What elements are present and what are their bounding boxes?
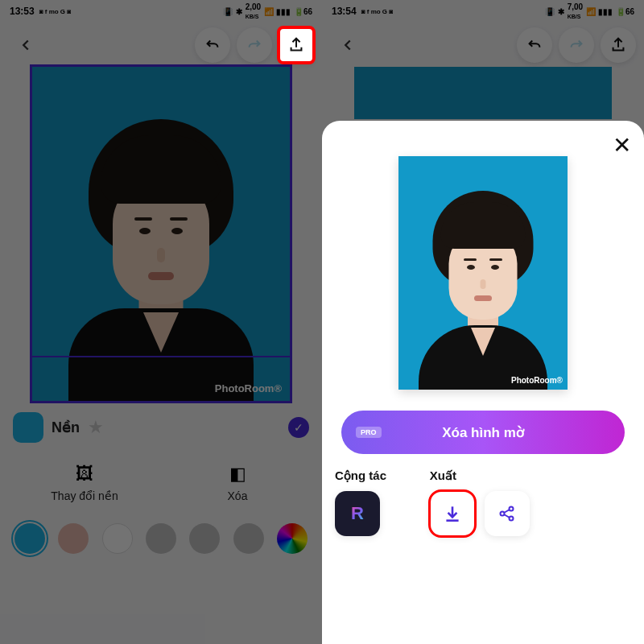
change-background-button[interactable]: 🖼 Thay đổi nền bbox=[13, 456, 156, 510]
battery-icon: 🔋66 bbox=[616, 7, 634, 16]
change-background-label: Thay đổi nền bbox=[51, 489, 118, 502]
signal-icon: 📶 ▮▮▮ bbox=[264, 7, 291, 16]
remove-watermark-button[interactable]: PRO Xóa hình mờ bbox=[341, 411, 625, 454]
battery-icon: 🔋66 bbox=[294, 7, 312, 16]
close-button[interactable]: ✕ bbox=[613, 132, 631, 159]
erase-label: Xóa bbox=[228, 489, 248, 502]
undo-button[interactable] bbox=[195, 27, 230, 63]
eraser-icon: ◧ bbox=[229, 464, 246, 485]
share-button[interactable] bbox=[485, 491, 530, 536]
color-palette bbox=[13, 523, 309, 554]
editor-toolbar bbox=[0, 23, 322, 67]
remove-watermark-label: Xóa hình mờ bbox=[442, 424, 524, 441]
watermark-text: PhotoRoom® bbox=[511, 376, 563, 385]
vibrate-icon: 📳 bbox=[545, 7, 555, 16]
photo-frame[interactable]: PhotoRoom® bbox=[32, 67, 290, 401]
net-speed: 7,00KB/S bbox=[568, 2, 583, 20]
portrait-subject bbox=[419, 184, 547, 390]
export-modal: ✕ PhotoRoom® PRO Xóa hình mờ Cộng tác R bbox=[322, 121, 644, 644]
background-swatch[interactable] bbox=[13, 412, 43, 443]
status-time: 13:54 bbox=[332, 6, 357, 17]
signal-icon: 📶 ▮▮▮ bbox=[586, 7, 613, 16]
redo-button[interactable] bbox=[237, 27, 272, 63]
redo-button[interactable] bbox=[559, 27, 594, 63]
background-label: Nền bbox=[52, 419, 80, 436]
back-button[interactable] bbox=[330, 27, 365, 63]
portrait-subject bbox=[68, 111, 254, 401]
status-app-icons: ◙ f mo G ◙ bbox=[39, 8, 71, 15]
collab-title: Cộng tác bbox=[335, 469, 430, 483]
vibrate-icon: 📳 bbox=[223, 7, 233, 16]
export-preview: PhotoRoom® bbox=[398, 156, 568, 390]
export-button[interactable] bbox=[279, 27, 314, 63]
favorite-icon[interactable]: ★ bbox=[88, 417, 104, 438]
download-button[interactable] bbox=[430, 491, 475, 536]
status-app-icons: ◙ f mo G ◙ bbox=[361, 8, 393, 15]
color-option[interactable] bbox=[189, 523, 220, 554]
collab-app-button[interactable]: R bbox=[335, 491, 380, 536]
editor-toolbar bbox=[322, 23, 644, 67]
back-button[interactable] bbox=[8, 27, 43, 63]
bottom-panel: Nền ★ ✓ 🖼 Thay đổi nền ◧ Xóa bbox=[0, 401, 322, 562]
color-option[interactable] bbox=[146, 523, 176, 554]
net-speed: 2,00KB/S bbox=[246, 2, 261, 20]
bluetooth-icon: ✱ bbox=[558, 7, 564, 16]
status-bar: 13:54 ◙ f mo G ◙ 📳 ✱ 7,00KB/S 📶 ▮▮▮ 🔋66 bbox=[322, 0, 644, 23]
confirm-button[interactable]: ✓ bbox=[288, 417, 309, 438]
status-bar: 13:53 ◙ f mo G ◙ 📳 ✱ 2,00KB/S 📶 ▮▮▮ 🔋66 bbox=[0, 0, 322, 23]
color-option[interactable] bbox=[58, 523, 89, 554]
color-option[interactable] bbox=[233, 523, 264, 554]
color-option[interactable] bbox=[14, 523, 45, 554]
screen-right: 13:54 ◙ f mo G ◙ 📳 ✱ 7,00KB/S 📶 ▮▮▮ 🔋66 … bbox=[322, 0, 644, 644]
canvas-peek bbox=[328, 67, 638, 119]
screen-left: 13:53 ◙ f mo G ◙ 📳 ✱ 2,00KB/S 📶 ▮▮▮ 🔋66 bbox=[0, 0, 322, 644]
erase-button[interactable]: ◧ Xóa bbox=[166, 456, 309, 510]
bluetooth-icon: ✱ bbox=[236, 7, 242, 16]
app-logo-icon: R bbox=[351, 503, 364, 524]
canvas-area[interactable]: PhotoRoom® bbox=[0, 67, 322, 401]
watermark-text: PhotoRoom® bbox=[215, 382, 282, 394]
status-time: 13:53 bbox=[10, 6, 35, 17]
guideline[interactable] bbox=[32, 356, 290, 357]
image-icon: 🖼 bbox=[76, 464, 93, 485]
export-title: Xuất bbox=[430, 469, 631, 483]
color-option[interactable] bbox=[102, 523, 133, 554]
undo-button[interactable] bbox=[517, 27, 552, 63]
pro-badge: PRO bbox=[356, 427, 382, 438]
export-button[interactable] bbox=[601, 27, 636, 63]
color-picker-option[interactable] bbox=[277, 523, 308, 554]
